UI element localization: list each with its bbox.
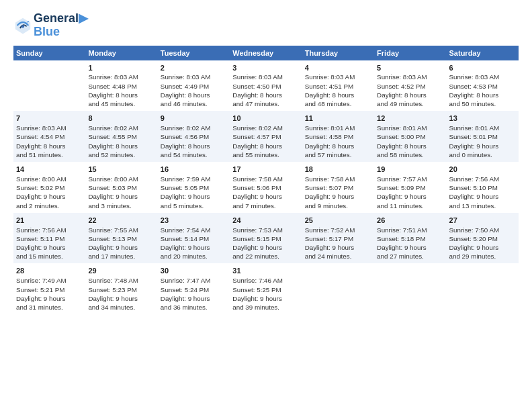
day-info: Sunrise: 8:00 AM Sunset: 5:03 PM Dayligh… bbox=[88, 175, 154, 210]
calendar-cell: 24Sunrise: 7:53 AM Sunset: 5:15 PM Dayli… bbox=[230, 213, 302, 264]
calendar-cell: 8Sunrise: 8:02 AM Sunset: 4:55 PM Daylig… bbox=[85, 111, 157, 162]
calendar-header: SundayMondayTuesdayWednesdayThursdayFrid… bbox=[13, 46, 519, 60]
calendar-cell: 16Sunrise: 7:59 AM Sunset: 5:05 PM Dayli… bbox=[158, 162, 230, 213]
calendar-week-row: 7Sunrise: 8:03 AM Sunset: 4:54 PM Daylig… bbox=[13, 111, 519, 162]
day-info: Sunrise: 8:02 AM Sunset: 4:56 PM Dayligh… bbox=[161, 124, 227, 159]
day-number: 27 bbox=[449, 216, 516, 226]
day-info: Sunrise: 7:48 AM Sunset: 5:23 PM Dayligh… bbox=[88, 276, 154, 312]
day-info: Sunrise: 7:49 AM Sunset: 5:21 PM Dayligh… bbox=[16, 276, 83, 312]
calendar-cell: 18Sunrise: 7:58 AM Sunset: 5:07 PM Dayli… bbox=[302, 162, 374, 213]
calendar-cell: 5Sunrise: 8:03 AM Sunset: 4:52 PM Daylig… bbox=[374, 60, 446, 111]
logo: General▶ Blue bbox=[13, 12, 88, 39]
calendar-cell: 19Sunrise: 7:57 AM Sunset: 5:09 PM Dayli… bbox=[374, 162, 446, 213]
calendar-cell bbox=[13, 60, 85, 111]
day-info: Sunrise: 8:02 AM Sunset: 4:57 PM Dayligh… bbox=[232, 124, 299, 159]
calendar-cell: 22Sunrise: 7:55 AM Sunset: 5:13 PM Dayli… bbox=[85, 213, 157, 264]
day-number: 29 bbox=[88, 266, 154, 276]
day-number: 3 bbox=[232, 63, 299, 73]
day-number: 17 bbox=[232, 165, 299, 175]
day-info: Sunrise: 8:01 AM Sunset: 4:58 PM Dayligh… bbox=[305, 124, 371, 159]
day-number: 5 bbox=[377, 63, 443, 73]
calendar-week-row: 21Sunrise: 7:56 AM Sunset: 5:11 PM Dayli… bbox=[13, 213, 519, 264]
calendar-cell: 3Sunrise: 8:03 AM Sunset: 4:50 PM Daylig… bbox=[230, 60, 302, 111]
day-number: 10 bbox=[232, 113, 299, 124]
weekday-header-friday: Friday bbox=[374, 46, 446, 60]
day-number: 28 bbox=[16, 266, 83, 276]
day-number: 12 bbox=[377, 113, 443, 124]
weekday-header-monday: Monday bbox=[85, 46, 157, 60]
calendar-week-row: 14Sunrise: 8:00 AM Sunset: 5:02 PM Dayli… bbox=[13, 162, 519, 213]
calendar-cell: 17Sunrise: 7:58 AM Sunset: 5:06 PM Dayli… bbox=[230, 162, 302, 213]
day-info: Sunrise: 8:01 AM Sunset: 5:00 PM Dayligh… bbox=[377, 124, 443, 159]
day-info: Sunrise: 7:52 AM Sunset: 5:17 PM Dayligh… bbox=[305, 226, 371, 261]
day-number: 21 bbox=[16, 216, 83, 226]
calendar-cell: 6Sunrise: 8:03 AM Sunset: 4:53 PM Daylig… bbox=[447, 60, 519, 111]
day-info: Sunrise: 7:50 AM Sunset: 5:20 PM Dayligh… bbox=[449, 226, 516, 261]
day-info: Sunrise: 7:57 AM Sunset: 5:09 PM Dayligh… bbox=[377, 175, 443, 210]
weekday-header-sunday: Sunday bbox=[13, 46, 85, 60]
calendar-cell: 7Sunrise: 8:03 AM Sunset: 4:54 PM Daylig… bbox=[13, 111, 85, 162]
day-number: 16 bbox=[161, 165, 227, 175]
day-number: 18 bbox=[305, 165, 371, 175]
day-info: Sunrise: 7:55 AM Sunset: 5:13 PM Dayligh… bbox=[88, 226, 154, 261]
day-number: 24 bbox=[232, 216, 299, 226]
logo-text: General▶ Blue bbox=[34, 12, 88, 39]
svg-point-1 bbox=[21, 25, 24, 28]
day-number: 25 bbox=[305, 216, 371, 226]
calendar-table: SundayMondayTuesdayWednesdayThursdayFrid… bbox=[13, 46, 519, 315]
calendar-cell: 26Sunrise: 7:51 AM Sunset: 5:18 PM Dayli… bbox=[374, 213, 446, 264]
weekday-header-thursday: Thursday bbox=[302, 46, 374, 60]
day-number: 7 bbox=[16, 113, 83, 124]
calendar-cell: 10Sunrise: 8:02 AM Sunset: 4:57 PM Dayli… bbox=[230, 111, 302, 162]
day-number: 1 bbox=[88, 63, 154, 73]
calendar-cell: 31Sunrise: 7:46 AM Sunset: 5:25 PM Dayli… bbox=[230, 263, 302, 314]
day-info: Sunrise: 8:02 AM Sunset: 4:55 PM Dayligh… bbox=[88, 124, 154, 159]
logo-icon bbox=[13, 16, 32, 35]
day-number: 11 bbox=[305, 113, 371, 124]
day-number: 31 bbox=[232, 266, 299, 276]
day-number: 20 bbox=[449, 165, 516, 175]
calendar-cell: 29Sunrise: 7:48 AM Sunset: 5:23 PM Dayli… bbox=[85, 263, 157, 314]
day-info: Sunrise: 8:03 AM Sunset: 4:54 PM Dayligh… bbox=[16, 124, 83, 159]
day-number: 14 bbox=[16, 165, 83, 175]
weekday-header-tuesday: Tuesday bbox=[158, 46, 230, 60]
calendar-cell: 12Sunrise: 8:01 AM Sunset: 5:00 PM Dayli… bbox=[374, 111, 446, 162]
day-info: Sunrise: 7:53 AM Sunset: 5:15 PM Dayligh… bbox=[232, 226, 299, 261]
day-number: 4 bbox=[305, 63, 371, 73]
day-number: 9 bbox=[161, 113, 227, 124]
day-number: 15 bbox=[88, 165, 154, 175]
calendar-cell: 28Sunrise: 7:49 AM Sunset: 5:21 PM Dayli… bbox=[13, 263, 85, 314]
day-number: 26 bbox=[377, 216, 443, 226]
calendar-cell: 4Sunrise: 8:03 AM Sunset: 4:51 PM Daylig… bbox=[302, 60, 374, 111]
day-info: Sunrise: 7:51 AM Sunset: 5:18 PM Dayligh… bbox=[377, 226, 443, 261]
day-info: Sunrise: 7:47 AM Sunset: 5:24 PM Dayligh… bbox=[161, 276, 227, 312]
day-number: 19 bbox=[377, 165, 443, 175]
calendar-cell bbox=[302, 263, 374, 314]
day-number: 22 bbox=[88, 216, 154, 226]
weekday-header-wednesday: Wednesday bbox=[230, 46, 302, 60]
day-info: Sunrise: 7:58 AM Sunset: 5:06 PM Dayligh… bbox=[232, 175, 299, 210]
day-info: Sunrise: 7:56 AM Sunset: 5:10 PM Dayligh… bbox=[449, 175, 516, 210]
weekday-row: SundayMondayTuesdayWednesdayThursdayFrid… bbox=[13, 46, 519, 60]
day-info: Sunrise: 7:46 AM Sunset: 5:25 PM Dayligh… bbox=[232, 276, 299, 312]
calendar-cell bbox=[374, 263, 446, 314]
calendar-cell: 25Sunrise: 7:52 AM Sunset: 5:17 PM Dayli… bbox=[302, 213, 374, 264]
day-number: 2 bbox=[161, 63, 227, 73]
calendar-cell: 15Sunrise: 8:00 AM Sunset: 5:03 PM Dayli… bbox=[85, 162, 157, 213]
day-number: 6 bbox=[449, 63, 516, 73]
day-info: Sunrise: 8:03 AM Sunset: 4:51 PM Dayligh… bbox=[305, 73, 371, 108]
calendar-cell bbox=[447, 263, 519, 314]
day-info: Sunrise: 7:59 AM Sunset: 5:05 PM Dayligh… bbox=[161, 175, 227, 210]
header: General▶ Blue bbox=[13, 12, 519, 39]
calendar-cell: 11Sunrise: 8:01 AM Sunset: 4:58 PM Dayli… bbox=[302, 111, 374, 162]
calendar-cell: 14Sunrise: 8:00 AM Sunset: 5:02 PM Dayli… bbox=[13, 162, 85, 213]
day-info: Sunrise: 8:01 AM Sunset: 5:01 PM Dayligh… bbox=[449, 124, 516, 159]
day-info: Sunrise: 7:54 AM Sunset: 5:14 PM Dayligh… bbox=[161, 226, 227, 261]
calendar-cell: 20Sunrise: 7:56 AM Sunset: 5:10 PM Dayli… bbox=[447, 162, 519, 213]
calendar-week-row: 1Sunrise: 8:03 AM Sunset: 4:48 PM Daylig… bbox=[13, 60, 519, 111]
day-info: Sunrise: 7:58 AM Sunset: 5:07 PM Dayligh… bbox=[305, 175, 371, 210]
page: General▶ Blue SundayMondayTuesdayWednesd… bbox=[0, 0, 532, 321]
calendar-week-row: 28Sunrise: 7:49 AM Sunset: 5:21 PM Dayli… bbox=[13, 263, 519, 314]
calendar-cell: 21Sunrise: 7:56 AM Sunset: 5:11 PM Dayli… bbox=[13, 213, 85, 264]
day-info: Sunrise: 8:03 AM Sunset: 4:52 PM Dayligh… bbox=[377, 73, 443, 108]
